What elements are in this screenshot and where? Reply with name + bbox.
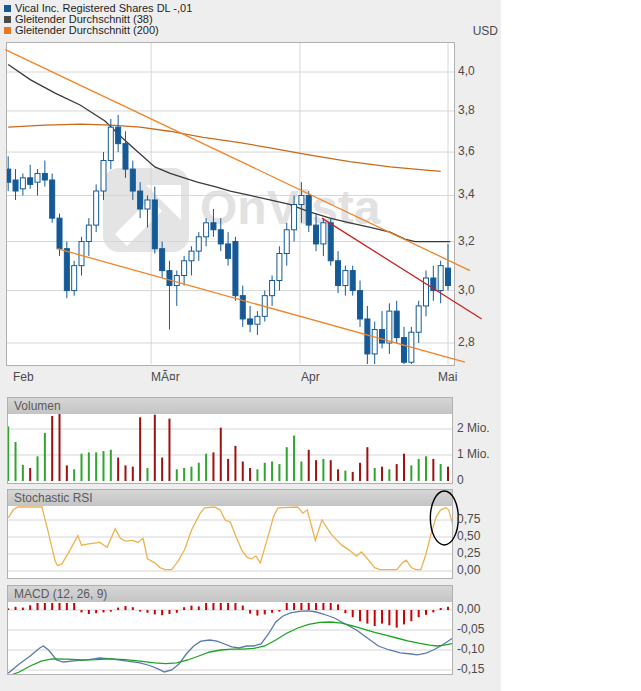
macd-histogram-bar — [146, 610, 148, 613]
volume-bar — [227, 459, 229, 481]
volume-bar — [242, 462, 244, 482]
candle — [57, 218, 62, 249]
price-tick-label: 3,2 — [458, 234, 475, 248]
candle — [424, 278, 429, 306]
volume-bar — [388, 469, 390, 481]
price-axis-unit: USD — [458, 24, 498, 38]
macd-histogram-bar — [388, 610, 390, 625]
candle — [152, 200, 157, 249]
candle — [196, 237, 201, 251]
volume-bar — [44, 433, 46, 481]
candle — [123, 144, 128, 169]
volume-bar — [249, 468, 251, 481]
volume-bar — [183, 468, 185, 481]
volume-bar — [139, 417, 141, 481]
macd-histogram-bar — [315, 603, 317, 610]
candle — [50, 180, 55, 218]
macd-tick-label: -0,10 — [457, 642, 484, 656]
volume-bar — [88, 452, 90, 481]
candle — [394, 311, 399, 337]
candle — [336, 261, 341, 286]
volume-bar — [344, 471, 346, 481]
candle — [13, 180, 18, 191]
price-tick-label: 3,0 — [458, 283, 475, 297]
volume-bar — [154, 415, 156, 481]
onvista-chart-widget: Vical Inc. Registered Shares DL -,01 Gle… — [0, 0, 501, 691]
macd-histogram-bar — [154, 610, 156, 614]
stochastic-tick-label: 0,00 — [457, 563, 480, 577]
volume-bar — [66, 465, 68, 481]
macd-histogram-bar — [220, 603, 222, 610]
volume-tick-label: 0 — [457, 473, 464, 487]
macd-histogram-bar — [117, 608, 119, 610]
candle — [299, 195, 304, 204]
candle — [160, 249, 165, 271]
macd-histogram-bar — [227, 603, 229, 610]
macd-histogram-bar — [139, 610, 141, 612]
macd-histogram-bar — [381, 610, 383, 624]
price-tick-label: 3,8 — [458, 103, 475, 117]
macd-histogram-bar — [183, 607, 185, 610]
ma200-color-swatch-icon — [4, 27, 11, 34]
candle — [328, 223, 333, 261]
ma200-label: Gleitender Durchschnitt (200) — [15, 24, 159, 36]
candle — [358, 291, 363, 319]
volume-bar — [278, 464, 280, 481]
volume-bar — [293, 436, 295, 482]
volume-bar — [440, 464, 442, 481]
volume-bar — [410, 465, 412, 481]
month-tick-label: Apr — [301, 370, 320, 384]
legend-item-ma38: Gleitender Durchschnitt (38) — [4, 13, 153, 24]
month-tick-label: Mai — [438, 370, 457, 384]
candle — [211, 223, 216, 230]
onvista-watermark: OnVista — [103, 168, 381, 252]
macd-histogram-bar — [374, 610, 376, 626]
macd-histogram-bar — [396, 610, 398, 628]
volume-bar — [403, 454, 405, 481]
volume-bar — [352, 472, 354, 481]
volume-bar — [374, 468, 376, 481]
volume-bar — [51, 416, 53, 481]
candle — [182, 261, 187, 276]
candle — [387, 311, 392, 343]
stochastic-tick-label: 0,75 — [457, 512, 480, 526]
macd-histogram-bar — [249, 610, 251, 614]
macd-histogram-bar — [308, 603, 310, 610]
month-tick-label: Feb — [13, 370, 34, 384]
macd-histogram-bar — [15, 607, 17, 610]
volume-bar — [271, 462, 273, 482]
volume-bar — [124, 465, 126, 481]
macd-histogram-bar — [124, 606, 126, 610]
candle — [204, 223, 209, 237]
instrument-color-swatch-icon — [4, 5, 11, 12]
chart-widget-page: Vical Inc. Registered Shares DL -,01 Gle… — [0, 0, 641, 691]
candle — [446, 268, 451, 285]
candle — [277, 254, 282, 281]
price-tick-label: 4,0 — [458, 64, 475, 78]
candle — [35, 173, 40, 182]
macd-histogram-bar — [366, 610, 368, 624]
candle — [7, 169, 11, 182]
macd-histogram-bar — [51, 603, 53, 610]
volume-bar — [359, 463, 361, 481]
candle — [416, 306, 421, 332]
volume-bar — [176, 469, 178, 481]
macd-histogram-bar — [256, 610, 258, 616]
volume-bar — [95, 452, 97, 481]
macd-histogram-bar — [447, 607, 449, 610]
candle — [189, 251, 194, 261]
macd-histogram-bar — [176, 610, 178, 613]
volume-bar — [81, 454, 83, 481]
volume-bar — [73, 469, 75, 481]
volume-tick-label: 1 Mio. — [457, 447, 490, 461]
macd-histogram-bar — [29, 605, 31, 610]
volume-bar — [264, 463, 266, 481]
volume-bar — [117, 458, 119, 481]
volume-bar — [15, 442, 17, 481]
volume-bar — [146, 468, 148, 481]
candle — [138, 191, 143, 209]
volume-bar — [102, 451, 104, 481]
volume-bar — [22, 465, 24, 481]
macd-histogram-bar — [81, 610, 83, 612]
stochastic-tick-label: 0,25 — [457, 546, 480, 560]
